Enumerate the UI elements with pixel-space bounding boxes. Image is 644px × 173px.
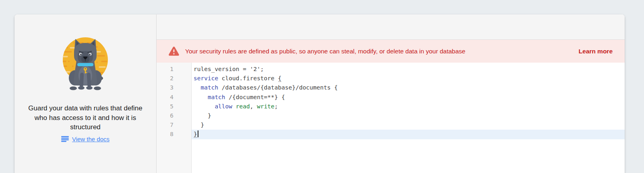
warning-icon <box>169 47 179 56</box>
code-content[interactable]: rules_version = '2';service cloud.firest… <box>192 63 625 173</box>
rules-card: Guard your data with rules that define w… <box>14 14 625 173</box>
security-warning-banner: Your security rules are defined as publi… <box>157 40 625 63</box>
code-line[interactable]: } <box>192 111 625 120</box>
line-number: 5 <box>157 102 191 111</box>
rules-panel: Your security rules are defined as publi… <box>157 14 625 173</box>
code-line[interactable]: rules_version = '2'; <box>192 65 625 74</box>
code-line[interactable]: } <box>192 120 625 130</box>
line-number: 2 <box>157 74 191 83</box>
line-number: 6 <box>157 111 191 120</box>
code-line[interactable]: match /{document=**} { <box>192 93 625 102</box>
line-number: 1 <box>157 65 191 74</box>
learn-more-link[interactable]: Learn more <box>579 48 613 55</box>
line-number: 3 <box>157 83 191 92</box>
warning-message: Your security rules are defined as publi… <box>185 48 579 55</box>
guard-dog-illustration <box>55 37 116 91</box>
line-number-gutter: 12345678 <box>157 63 192 173</box>
docs-icon <box>61 136 69 142</box>
code-line[interactable]: allow read, write; <box>192 102 625 111</box>
line-number: 4 <box>157 93 191 102</box>
text-caret <box>198 130 198 137</box>
rules-toolbar <box>157 14 625 40</box>
page-background: { "left_panel": { "illustration": "guard… <box>0 0 644 173</box>
rules-editor[interactable]: 12345678 rules_version = '2';service clo… <box>157 63 625 173</box>
code-line[interactable]: } <box>192 130 625 139</box>
code-line[interactable]: match /databases/{database}/documents { <box>192 83 625 92</box>
line-number: 8 <box>157 130 191 139</box>
view-docs-link[interactable]: View the docs <box>61 136 109 142</box>
code-line[interactable]: service cloud.firestore { <box>192 74 625 83</box>
info-heading: Guard your data with rules that define w… <box>27 104 144 132</box>
left-info-panel: Guard your data with rules that define w… <box>14 14 157 173</box>
view-docs-link-label[interactable]: View the docs <box>72 136 109 142</box>
line-number: 7 <box>157 120 191 130</box>
